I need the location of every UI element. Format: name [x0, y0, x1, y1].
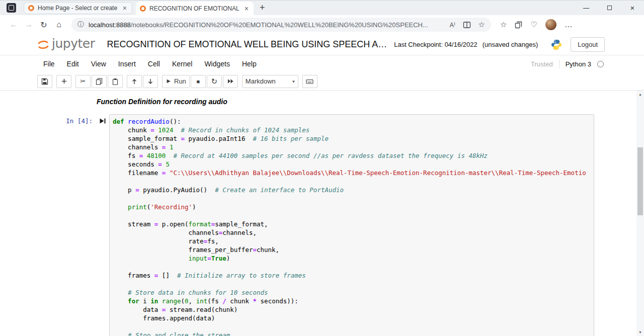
collections-icon[interactable]	[515, 21, 522, 29]
menu-insert[interactable]: Insert	[112, 60, 142, 68]
code-line[interactable]	[113, 211, 594, 220]
save-button[interactable]	[37, 75, 52, 88]
code-line[interactable]	[113, 194, 594, 203]
cut-cell-button[interactable]: ✂	[75, 75, 91, 88]
kernel-idle-icon	[597, 61, 604, 67]
keyboard-icon	[306, 78, 313, 85]
run-button[interactable]: Run	[162, 75, 190, 88]
notebook-area: Function Definition for recording audio …	[0, 91, 644, 336]
menu-widgets[interactable]: Widgets	[198, 60, 236, 68]
code-line[interactable]	[113, 322, 594, 331]
close-window-button[interactable]: ×	[621, 1, 644, 15]
code-line[interactable]: chunk = 1024 # Record in chunks of 1024 …	[113, 126, 594, 134]
browser-titlebar: Home Page - Select or create a n × RECOG…	[0, 0, 644, 15]
code-line[interactable]: # Stop and close the stream	[113, 331, 594, 336]
code-line[interactable]: sample_format = pyaudio.paInt16 # 16 bit…	[113, 134, 594, 143]
code-line[interactable]: print('Recording')	[113, 203, 594, 211]
jupyter-favicon-icon	[140, 6, 146, 12]
browser-tab-notebook[interactable]: RECOGNITION OF EMOTIONAL W ×	[136, 2, 254, 15]
chevron-down-icon: ▾	[292, 79, 295, 84]
notebook-scrollbar[interactable]: ▲ ▼	[636, 91, 644, 336]
move-cell-down-button[interactable]	[143, 75, 158, 88]
code-line[interactable]	[113, 177, 594, 186]
split-screen-icon[interactable]	[463, 21, 471, 29]
menu-help[interactable]: Help	[236, 60, 263, 68]
scrollbar-thumb[interactable]	[637, 147, 643, 215]
code-line[interactable]	[113, 263, 594, 271]
new-tab-button[interactable]: +	[260, 3, 265, 13]
minimize-button[interactable]: —	[575, 1, 598, 15]
code-line[interactable]: frames = [] # Initialize array to store …	[113, 271, 594, 280]
restart-run-all-button[interactable]	[223, 75, 238, 88]
refresh-icon[interactable]: ↻	[36, 20, 51, 30]
menu-kernel[interactable]: Kernel	[166, 60, 198, 68]
forward-icon[interactable]: →	[21, 20, 36, 29]
cell-prompt: In [4]:	[55, 114, 96, 125]
save-icon	[41, 78, 48, 85]
menu-edit[interactable]: Edit	[61, 60, 85, 68]
url-input[interactable]: ⓘ localhost:8888/notebooks/RECOGNITION%2…	[71, 18, 491, 32]
code-line[interactable]: def recordAudio():	[113, 117, 594, 126]
code-area[interactable]: def recordAudio(): chunk = 1024 # Record…	[113, 117, 594, 336]
menu-view[interactable]: View	[85, 60, 112, 68]
code-line[interactable]: frames.append(data)	[113, 314, 594, 322]
menu-cell[interactable]: Cell	[142, 60, 166, 68]
home-icon[interactable]: ⌂	[51, 20, 66, 29]
code-line[interactable]: p = pyaudio.PyAudio() # Create an interf…	[113, 186, 594, 194]
restart-kernel-button[interactable]: ↻	[207, 75, 222, 88]
browser-action-icons: ☆ ♡ …	[500, 19, 573, 30]
code-line[interactable]: seconds = 5	[113, 160, 594, 169]
markdown-cell-heading[interactable]: Function Definition for recording audio	[97, 98, 644, 106]
code-line[interactable]: channels=channels,	[113, 228, 594, 237]
code-line[interactable]: stream = p.open(format=sample_format,	[113, 220, 594, 228]
back-icon[interactable]: ←	[6, 20, 21, 29]
read-aloud-icon[interactable]: A)	[450, 21, 455, 29]
cell-type-value: Markdown	[246, 77, 276, 85]
command-palette-button[interactable]	[302, 75, 317, 88]
code-line[interactable]: channels = 1	[113, 143, 594, 151]
run-cell-marker[interactable]	[96, 114, 109, 124]
favorites-icon[interactable]: ☆	[500, 20, 507, 29]
code-line[interactable]: data = stream.read(chunk)	[113, 305, 594, 314]
code-line[interactable]: frames_per_buffer=chunk,	[113, 245, 594, 254]
add-cell-button[interactable]	[56, 75, 71, 88]
cell-type-select[interactable]: Markdown ▾	[242, 75, 298, 88]
scroll-up-icon[interactable]: ▲	[636, 91, 644, 98]
code-cell: In [4]: def recordAudio(): chunk = 1024 …	[55, 114, 594, 336]
browser-address-bar: ← → ↻ ⌂ ⓘ localhost:8888/notebooks/RECOG…	[0, 15, 644, 34]
tab-actions-icon[interactable]	[7, 3, 16, 13]
profile-avatar[interactable]	[545, 19, 556, 30]
jupyter-logo-text: jupyter	[52, 37, 95, 52]
browser-tab-home[interactable]: Home Page - Select or create a n ×	[24, 2, 132, 14]
tab-close-icon[interactable]: ×	[122, 5, 128, 12]
plus-icon	[61, 78, 67, 85]
move-cell-up-button[interactable]	[127, 75, 142, 88]
copy-cell-button[interactable]	[92, 75, 107, 88]
code-line[interactable]: input=True)	[113, 254, 594, 263]
jupyter-logo[interactable]: jupyter	[36, 37, 95, 52]
code-line[interactable]: for i in range(0, int(fs / chunk * secon…	[113, 297, 594, 305]
play-icon	[166, 78, 172, 85]
code-line[interactable]	[113, 280, 594, 288]
logout-button[interactable]: Logout	[571, 37, 605, 52]
divider	[559, 59, 559, 68]
interrupt-kernel-button[interactable]: ■	[191, 75, 206, 88]
maximize-button[interactable]	[598, 1, 621, 15]
code-line[interactable]: # Store data in chunks for 10 seconds	[113, 288, 594, 297]
stop-icon: ■	[197, 78, 200, 85]
site-info-icon[interactable]: ⓘ	[77, 20, 84, 29]
menu-file[interactable]: File	[37, 60, 61, 68]
window-controls: — ×	[575, 1, 644, 15]
code-line[interactable]: filename = "C:\\Users\\Adhithyan Balajee…	[113, 169, 594, 177]
code-line[interactable]: rate=fs,	[113, 237, 594, 245]
tab-close-icon[interactable]: ×	[244, 5, 250, 12]
add-favorite-icon[interactable]: ☆	[478, 20, 485, 29]
browser-essentials-icon[interactable]: ♡	[530, 20, 537, 29]
fast-forward-icon	[227, 78, 234, 85]
paste-cell-button[interactable]	[108, 75, 123, 88]
settings-more-icon[interactable]: …	[565, 20, 573, 29]
notebook-title[interactable]: RECOGNITION OF EMOTIONAL WELL BEING USIN…	[107, 39, 387, 50]
code-editor[interactable]: def recordAudio(): chunk = 1024 # Record…	[109, 114, 594, 336]
scroll-down-icon[interactable]: ▼	[636, 328, 644, 336]
code-line[interactable]: fs = 48100 # Record at 44100 samples per…	[113, 151, 594, 160]
